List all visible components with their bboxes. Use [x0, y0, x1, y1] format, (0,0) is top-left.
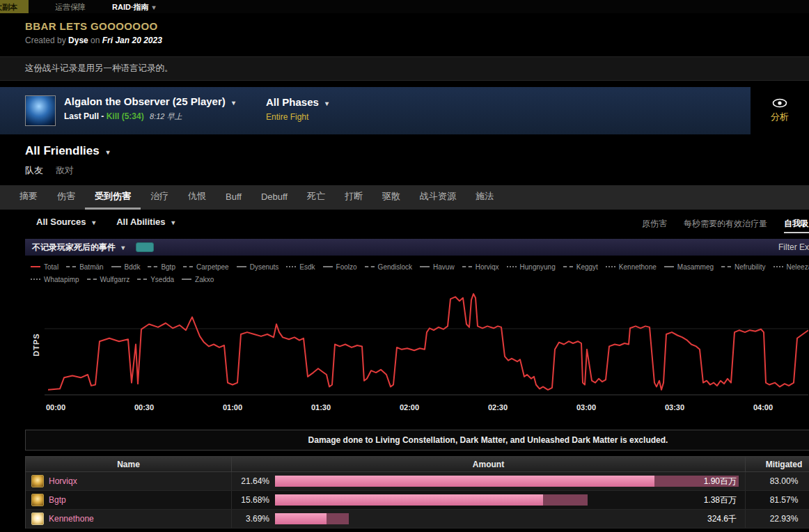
view-mode-2[interactable]: 自我吸收: [784, 218, 809, 233]
legend-item-wulfgarrz[interactable]: Wulfgarrz: [87, 275, 130, 283]
tab-10[interactable]: 战斗资源: [410, 185, 466, 210]
column-header-mitigated[interactable]: Mitigated: [745, 457, 809, 471]
tab-1[interactable]: 伤害: [47, 185, 85, 210]
damage-bar: 1.90百万: [275, 476, 741, 487]
column-header-name[interactable]: Name: [26, 460, 231, 469]
legend-item-gendislock[interactable]: Gendislock: [365, 263, 412, 271]
death-filter-label: 不记录玩家死后的事件: [32, 242, 116, 252]
legend-item-whatapimp[interactable]: Whatapimp: [31, 275, 79, 283]
sources-dropdown[interactable]: All Sources ▾: [36, 217, 95, 227]
legend-item-bddk[interactable]: Bddk: [111, 263, 141, 271]
toggle-checkbox[interactable]: [136, 242, 154, 252]
legend-swatch-icon: [606, 266, 615, 267]
chevron-down-icon: ▾: [92, 219, 95, 226]
player-link[interactable]: Bgtp: [49, 495, 66, 505]
boss-dropdown[interactable]: Algalon the Observer (25 Player) ▾ Last …: [25, 95, 235, 126]
legend-item-keggyt[interactable]: Keggyt: [563, 263, 598, 271]
bar-mitigated: [543, 494, 588, 506]
legend-item-neleeza[interactable]: Neleeza: [773, 263, 809, 271]
chevron-down-icon: ▾: [152, 3, 156, 11]
legend-label: Bgtp: [161, 263, 175, 271]
phase-dropdown[interactable]: All Phases ▾ Entire Fight: [266, 96, 329, 122]
warcraftlogs-report-page: 大副本 运营保障 RAID·指南▾ BBAR LETS GOOOOOOO Cre…: [0, 0, 809, 532]
legend-label: Keggyt: [576, 263, 598, 271]
legend-item-nefrubility[interactable]: Nefrubility: [721, 263, 765, 271]
view-mode-1[interactable]: 每秒需要的有效治疗量: [684, 218, 767, 233]
friendlies-dropdown[interactable]: All Friendlies ▾: [25, 144, 809, 158]
filter-expression-link[interactable]: Filter Ex: [778, 242, 809, 252]
gold-class-icon: [31, 475, 44, 487]
legend-item-kennethone[interactable]: Kennethone: [606, 263, 657, 271]
x-tick-label: 02:30: [488, 403, 508, 412]
player-link[interactable]: Kennethone: [49, 514, 94, 524]
legend-item-masammeg[interactable]: Masammeg: [664, 263, 714, 271]
damage-bar: 1.38百万: [275, 494, 741, 506]
legend-item-zakxo[interactable]: Zakxo: [182, 275, 214, 283]
legend-item-horviqx[interactable]: Horviqx: [462, 263, 499, 271]
table-header: Name Amount Mitigated: [26, 457, 809, 472]
graph-panel: 不记录玩家死后的事件 ▾ Filter Ex TotalBatmänBddkBg…: [25, 239, 809, 420]
light-class-icon: [31, 513, 44, 525]
abilities-dropdown[interactable]: All Abilities ▾: [116, 217, 175, 227]
language-notice: 这份战斗记录是用另一种语言记录的。: [0, 56, 809, 81]
friendlies-tab-0[interactable]: 队友: [25, 164, 43, 177]
legend-item-dysenuts[interactable]: Dysenuts: [237, 263, 279, 271]
legend-item-hungnyung[interactable]: Hungnyung: [507, 263, 556, 271]
report-subtitle: Created by Dyse on Fri Jan 20 2023: [25, 36, 809, 45]
legend-item-carpetpee[interactable]: Carpetpee: [183, 263, 229, 271]
mitigated-value: 83.00%: [745, 472, 809, 490]
player-link[interactable]: Horviqx: [49, 476, 77, 486]
legend-swatch-icon: [773, 266, 783, 267]
boss-title: Algalon the Observer (25 Player) ▾: [64, 95, 235, 107]
pull-info: Last Pull - Kill (5:34) 8:12 早上: [64, 111, 235, 122]
tab-7[interactable]: 死亡: [297, 185, 335, 210]
exclusion-banner: Damage done to Living Constellation, Dar…: [25, 430, 809, 451]
analyze-button[interactable]: 分析: [751, 87, 809, 134]
legend-label: Havuw: [433, 263, 455, 271]
x-tick-label: 01:30: [311, 403, 331, 412]
tab-4[interactable]: 仇恨: [178, 185, 216, 210]
legend-swatch-icon: [31, 279, 40, 280]
legend-label: Wulfgarrz: [100, 276, 130, 283]
x-tick-label: 00:30: [134, 403, 154, 412]
legend-item-bgtp[interactable]: Bgtp: [148, 263, 175, 271]
legend-item-batmän[interactable]: Batmän: [66, 263, 103, 271]
tab-3[interactable]: 治疗: [141, 185, 178, 210]
legend-swatch-icon: [31, 266, 40, 267]
mitigated-value: 22.93%: [745, 510, 809, 528]
tab-2[interactable]: 受到伤害: [85, 185, 141, 210]
y-axis-label: DTPS: [32, 324, 40, 366]
nav-item-support[interactable]: 运营保障: [55, 0, 86, 13]
analyze-label: 分析: [771, 111, 789, 123]
report-author[interactable]: Dyse: [68, 36, 88, 45]
legend-swatch-icon: [66, 266, 76, 267]
tab-6[interactable]: Debuff: [251, 185, 297, 210]
nav-game-version-tab[interactable]: 大副本: [0, 0, 29, 13]
legend-item-esdk[interactable]: Esdk: [286, 263, 315, 271]
report-header: BBAR LETS GOOOOOOO Created by Dyse on Fr…: [0, 13, 809, 49]
legend-label: Dysenuts: [250, 263, 279, 271]
legend-swatch-icon: [286, 266, 296, 267]
legend-label: Gendislock: [378, 263, 412, 271]
nav-item-raid-guides[interactable]: RAID·指南▾: [112, 0, 156, 13]
legend-item-total[interactable]: Total: [31, 263, 58, 271]
legend-item-foolzo[interactable]: Foolzo: [323, 263, 357, 271]
legend-label: Masammeg: [677, 263, 714, 271]
tab-11[interactable]: 施法: [466, 185, 503, 210]
tab-8[interactable]: 打断: [335, 185, 372, 210]
death-events-filter-dropdown[interactable]: 不记录玩家死后的事件 ▾: [32, 242, 125, 253]
tab-5[interactable]: Buff: [216, 185, 251, 210]
legend-item-havuw[interactable]: Havuw: [420, 263, 455, 271]
graph-header: 不记录玩家死后的事件 ▾ Filter Ex: [25, 239, 809, 256]
legend-item-ysedda[interactable]: Ysedda: [137, 275, 174, 283]
damage-taken-table: Name Amount Mitigated Horviqx21.64%1.90百…: [25, 456, 809, 529]
view-mode-0[interactable]: 原伤害: [642, 218, 667, 233]
friendlies-tab-1[interactable]: 敌对: [56, 164, 74, 177]
boss-name: Algalon the Observer (25 Player): [64, 95, 226, 107]
gold-class-icon: [31, 494, 44, 506]
tab-9[interactable]: 驱散: [372, 185, 410, 210]
tab-0[interactable]: 摘要: [10, 185, 47, 210]
damage-percent: 15.68%: [232, 495, 275, 505]
column-header-amount[interactable]: Amount: [231, 457, 745, 471]
legend-swatch-icon: [563, 266, 573, 267]
